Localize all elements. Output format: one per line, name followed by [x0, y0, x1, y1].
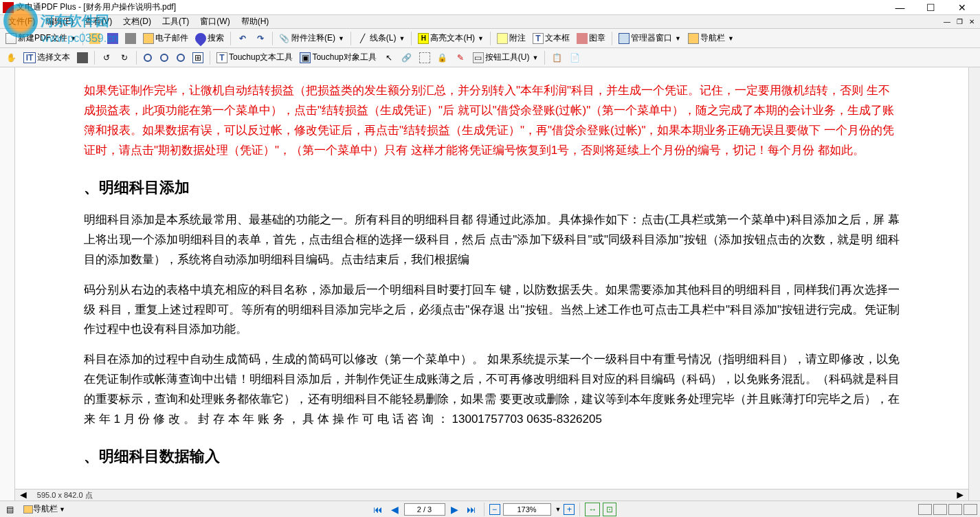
menu-file[interactable]: 文件(F)	[3, 14, 41, 29]
navbar-icon	[688, 33, 699, 44]
minimize-button[interactable]: —	[884, 1, 915, 14]
highlight-button[interactable]: H 高亮文本(H) ▼	[415, 31, 487, 46]
heading-detail-input: 、明细科目数据输入	[84, 443, 900, 469]
select-text-button[interactable]: IT 选择文本	[21, 50, 73, 65]
arrow-icon: ↖	[383, 52, 394, 63]
first-page-button[interactable]: ⏮	[370, 504, 386, 515]
close-button[interactable]: ✕	[946, 1, 977, 14]
save-button[interactable]	[104, 31, 121, 46]
manager-window-label: 管理器窗口	[631, 32, 672, 44]
prev-page-button[interactable]: ◀	[388, 504, 401, 515]
textbox-button[interactable]: T 文本框	[530, 31, 572, 46]
camera-icon	[77, 52, 88, 63]
stamp-button[interactable]: 图章	[574, 31, 608, 46]
zoom-marquee-button[interactable]	[173, 50, 188, 65]
page-navigation: ⏮ ◀ ▶ ⏭ − ▼ + ↔ ⊡	[370, 503, 617, 516]
titlebar: 文电通PDF Plus - [财务用户操作说明书.pdf] — ☐ ✕	[0, 0, 980, 15]
touchup-obj-button[interactable]: ▣ Touchup对象工具	[297, 50, 379, 65]
view-continuous-button[interactable]	[933, 504, 947, 515]
note-button[interactable]: 附注	[494, 31, 528, 46]
last-page-button[interactable]: ⏭	[464, 504, 479, 515]
mail-icon	[143, 33, 154, 44]
next-page-button[interactable]: ▶	[448, 504, 461, 515]
redo-button[interactable]: ↷	[252, 31, 269, 46]
hand-tool-button[interactable]: ✋	[3, 50, 19, 65]
menu-tools[interactable]: 工具(T)	[157, 14, 194, 29]
touchup-text-icon: T	[216, 52, 227, 63]
navbar-button[interactable]: 导航栏 ▼	[685, 31, 737, 46]
red-paragraph: 如果凭证制作完毕，让微机自动结转损益（把损益类的发生额分别汇总，并分别转入"本年…	[84, 81, 900, 161]
rotate-right-icon: ↻	[119, 52, 130, 63]
search-button[interactable]: 搜索	[192, 31, 227, 46]
zoom-out-button[interactable]: −	[489, 504, 500, 515]
mdi-close-button[interactable]: ✕	[966, 17, 977, 27]
fit-page-button[interactable]: ⊞	[190, 50, 206, 65]
new-file-icon	[5, 33, 16, 44]
sb-toggle-button[interactable]: ▤	[3, 503, 17, 516]
menu-help[interactable]: 帮助(H)	[236, 14, 275, 29]
dropdown-icon: ▼	[532, 54, 538, 61]
mdi-controls: — ❐ ✕	[942, 17, 977, 27]
page-number-input[interactable]	[404, 503, 445, 516]
menu-window[interactable]: 窗口(W)	[194, 14, 235, 29]
note-icon	[497, 33, 508, 44]
attach-annot-button[interactable]: 📎 附件注释(E) ▼	[276, 31, 347, 46]
snapshot-button[interactable]	[74, 50, 91, 65]
view-continuous-facing-button[interactable]	[964, 504, 977, 515]
zoom-dropdown-icon[interactable]: ▼	[555, 506, 561, 513]
lines-button[interactable]: ╱ 线条(L) ▼	[355, 31, 408, 46]
paragraph-2: 码分别从右边的表格中填充相应的科目名称，添加最后一个明细科目时要打回车 键，以防…	[84, 280, 900, 340]
menu-view[interactable]: 查看(V)	[79, 14, 118, 29]
zoom-in-button[interactable]: +	[564, 504, 575, 515]
pen-tool-button[interactable]: ✎	[452, 50, 469, 65]
email-button[interactable]: 电子邮件	[140, 31, 191, 46]
undo-icon: ↶	[237, 33, 248, 44]
vertical-scrollbar[interactable]	[968, 67, 980, 500]
new-pdf-button[interactable]: 新建PDF文件 ▼	[3, 31, 79, 46]
menu-edit[interactable]: 编辑(E)	[41, 14, 79, 29]
zoom-out-button[interactable]	[157, 50, 172, 65]
button-tool-button[interactable]: ▭ 按钮工具(U) ▼	[470, 50, 542, 65]
line-icon: ╱	[357, 33, 368, 44]
save-icon	[107, 33, 118, 44]
search-label: 搜索	[208, 32, 224, 44]
paste-button[interactable]: 📄	[566, 50, 583, 65]
view-facing-button[interactable]	[948, 504, 962, 515]
undo-button[interactable]: ↶	[234, 31, 251, 46]
zoom-input[interactable]	[503, 503, 551, 516]
maximize-button[interactable]: ☐	[915, 1, 946, 14]
paragraph-3: 科目在添加的过程中自动生成简码，生成的简码可以修改（第一个菜单中）。 如果系统提…	[84, 350, 900, 430]
fit-width-button[interactable]: ↔	[585, 503, 600, 516]
fit-page-button[interactable]: ⊡	[603, 503, 616, 516]
sb-navbar-button[interactable]: 导航栏 ▼	[20, 503, 69, 516]
window-title: 文电通PDF Plus - [财务用户操作说明书.pdf]	[16, 1, 884, 13]
select-text-label: 选择文本	[37, 52, 70, 63]
copy-button[interactable]: 📋	[548, 50, 565, 65]
dropdown-icon: ▼	[675, 35, 681, 42]
mdi-restore-button[interactable]: ❐	[954, 17, 965, 27]
rotate-left-button[interactable]: ↺	[98, 50, 115, 65]
open-button[interactable]	[87, 31, 103, 46]
mdi-minimize-button[interactable]: —	[942, 17, 953, 27]
print-button[interactable]	[122, 31, 139, 46]
zoom-in-button[interactable]	[140, 50, 155, 65]
link-tool-button[interactable]: 🔗	[399, 50, 415, 65]
touchup-text-button[interactable]: T Touchup文本工具	[214, 50, 296, 65]
statusbar: ▤ 导航栏 ▼ ⏮ ◀ ▶ ⏭ − ▼ + ↔ ⊡	[0, 500, 980, 517]
horizontal-scrollbar[interactable]: ◄ 595.0 x 842.0 点 ►	[15, 489, 968, 500]
lock-tool-button[interactable]: 🔒	[434, 50, 451, 65]
menu-document[interactable]: 文档(D)	[118, 14, 157, 29]
rotate-right-button[interactable]: ↻	[116, 50, 133, 65]
scroll-left-icon[interactable]: ◄	[15, 489, 32, 501]
arrow-tool-button[interactable]: ↖	[381, 50, 397, 65]
note-label: 附注	[509, 32, 526, 44]
toolbar-tools: ✋ IT 选择文本 ↺ ↻ ⊞ T Touchup文本工具 ▣ Touchup对…	[0, 48, 980, 67]
crop-tool-button[interactable]	[416, 50, 433, 65]
view-single-button[interactable]	[918, 504, 932, 515]
scroll-right-icon[interactable]: ►	[952, 489, 968, 501]
page-viewport[interactable]: 如果凭证制作完毕，让微机自动结转损益（把损益类的发生额分别汇总，并分别转入"本年…	[15, 67, 968, 500]
app-icon	[3, 2, 14, 13]
view-mode-group	[918, 504, 977, 515]
manager-window-button[interactable]: 管理器窗口 ▼	[616, 31, 684, 46]
touchup-text-label: Touchup文本工具	[229, 52, 293, 63]
